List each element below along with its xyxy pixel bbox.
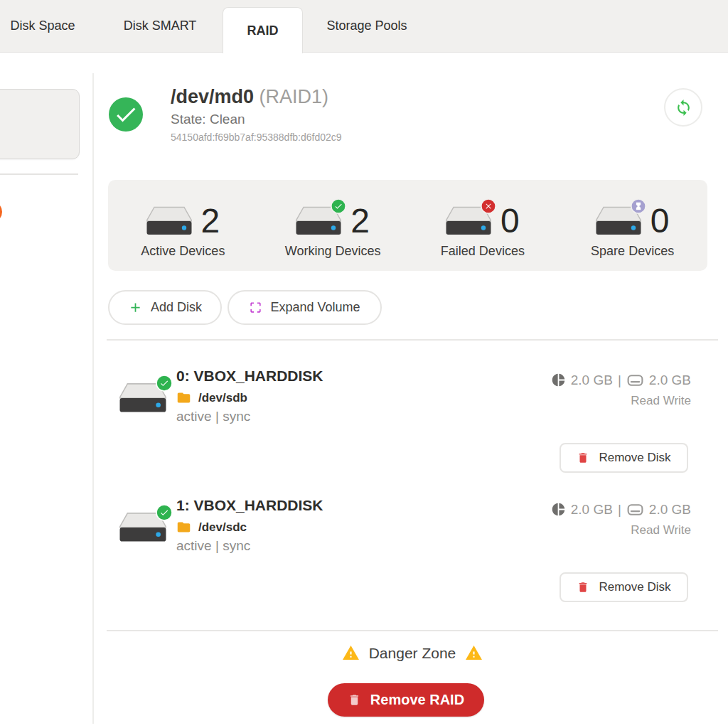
- danger-zone-header: Danger Zone: [107, 644, 718, 662]
- remove-disk-label: Remove Disk: [599, 580, 670, 594]
- raid-management-page: Disk Space Disk SMART RAID Storage Pools…: [0, 0, 728, 728]
- disk-sizes: 2.0 GB | 2.0 GB: [551, 500, 691, 518]
- pie-chart-icon: [551, 373, 566, 387]
- device-stats-panel: 2 Active Devices: [108, 180, 707, 271]
- folder-icon: [176, 390, 191, 405]
- active-devices-count: 2: [201, 205, 220, 237]
- disk-size-used: 2.0 GB: [571, 502, 613, 518]
- disk-path-row: /dev/sdc: [176, 520, 247, 535]
- size-separator: |: [618, 373, 621, 388]
- raid-device-name: /dev/md0: [171, 86, 254, 107]
- trash-icon: [348, 693, 361, 707]
- disk-size-total: 2.0 GB: [649, 373, 691, 388]
- tab-raid[interactable]: RAID: [223, 7, 303, 53]
- spare-devices-label: Spare Devices: [591, 244, 674, 259]
- trash-icon: [577, 451, 589, 464]
- plus-icon: [128, 300, 143, 315]
- disk-icon: [596, 206, 641, 236]
- section-divider: [107, 630, 718, 631]
- warning-icon: [342, 644, 360, 662]
- disk-state: active | sync: [176, 409, 250, 424]
- disk-sizes: 2.0 GB | 2.0 GB: [551, 371, 691, 389]
- expand-volume-label: Expand Volume: [270, 300, 360, 315]
- working-devices-count: 2: [350, 205, 370, 237]
- tab-storage-pools[interactable]: Storage Pools: [320, 0, 414, 52]
- warning-icon: [465, 644, 483, 662]
- working-check-badge-icon: [331, 198, 346, 214]
- disk-path: /dev/sdb: [198, 391, 247, 405]
- disk-path-row: /dev/sdb: [176, 390, 247, 405]
- disk-mode: Read Write: [631, 394, 691, 408]
- raid-state: State: Clean: [171, 112, 342, 127]
- spare-hourglass-badge-icon: [631, 198, 646, 214]
- disk-ok-check-badge-icon: [156, 375, 173, 392]
- disk-icon: [446, 206, 491, 236]
- add-disk-label: Add Disk: [151, 300, 202, 315]
- expand-volume-button[interactable]: Expand Volume: [228, 290, 382, 325]
- drive-icon: [626, 371, 644, 389]
- failed-devices-label: Failed Devices: [441, 244, 525, 259]
- raid-status-check-icon: [109, 97, 143, 132]
- disk-title: 1: VBOX_HARDDISK: [176, 497, 323, 514]
- disk-path: /dev/sdc: [198, 520, 247, 535]
- raid-level: (RAID1): [259, 86, 329, 107]
- folder-icon: [176, 520, 191, 535]
- remove-disk-label: Remove Disk: [599, 451, 670, 465]
- sidebar-content-divider: [92, 73, 94, 724]
- disk-size-total: 2.0 GB: [649, 502, 691, 518]
- disk-state: active | sync: [176, 538, 250, 554]
- stat-spare-devices: 0 Spare Devices: [557, 192, 707, 259]
- section-divider: [107, 339, 718, 341]
- active-devices-label: Active Devices: [141, 244, 225, 259]
- remove-raid-button[interactable]: Remove RAID: [328, 683, 484, 717]
- drive-icon: [626, 500, 644, 518]
- stat-working-devices: 2 Working Devices: [258, 192, 408, 259]
- disk-mode: Read Write: [631, 523, 691, 537]
- trash-icon: [577, 581, 589, 594]
- remove-disk-button[interactable]: Remove Disk: [560, 572, 688, 602]
- pie-chart-icon: [551, 502, 566, 517]
- tab-disk-smart[interactable]: Disk SMART: [116, 0, 204, 52]
- disk-icon: [146, 206, 192, 236]
- disk-row: 0: VBOX_HARDDISK /dev/sdb active | sync …: [107, 359, 718, 483]
- disk-title: 0: VBOX_HARDDISK: [176, 368, 323, 385]
- expand-icon: [249, 301, 262, 314]
- stat-failed-devices: 0 Failed Devices: [408, 192, 558, 259]
- disk-row: 1: VBOX_HARDDISK /dev/sdc active | sync …: [107, 488, 718, 613]
- sidebar-orange-badge: [0, 201, 2, 223]
- danger-zone-title: Danger Zone: [369, 645, 456, 662]
- add-disk-button[interactable]: Add Disk: [108, 290, 222, 325]
- refresh-icon: [675, 99, 692, 117]
- disk-icon: [296, 206, 341, 236]
- raid-uuid: 54150afd:f69bb7af:95388dfb:d6fd02c9: [171, 132, 342, 143]
- remove-disk-button[interactable]: Remove Disk: [560, 443, 688, 473]
- raid-header: /dev/md0 (RAID1) State: Clean 54150afd:f…: [171, 86, 342, 143]
- disk-ok-check-badge-icon: [156, 504, 173, 521]
- disk-icon: [119, 512, 166, 545]
- spare-devices-count: 0: [651, 205, 670, 237]
- raid-title: /dev/md0 (RAID1): [171, 86, 342, 108]
- refresh-button[interactable]: [664, 88, 702, 127]
- disk-icon: [119, 382, 166, 415]
- failed-devices-count: 0: [500, 205, 520, 237]
- sidebar-divider: [0, 173, 78, 175]
- stat-active-devices: 2 Active Devices: [108, 192, 258, 259]
- remove-raid-label: Remove RAID: [370, 692, 464, 708]
- size-separator: |: [618, 502, 621, 518]
- disk-size-used: 2.0 GB: [571, 373, 613, 388]
- working-devices-label: Working Devices: [285, 244, 381, 259]
- tab-bar: Disk Space Disk SMART RAID Storage Pools: [0, 0, 728, 53]
- sidebar-card[interactable]: [0, 89, 80, 159]
- failed-cross-badge-icon: [481, 198, 496, 214]
- tab-disk-space[interactable]: Disk Space: [4, 0, 81, 52]
